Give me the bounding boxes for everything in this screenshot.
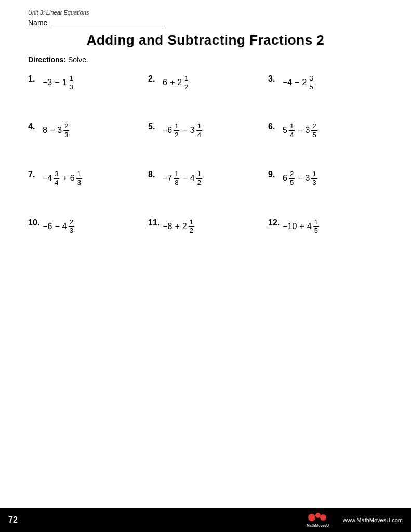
- problem-11: 11.−8+212: [148, 218, 263, 235]
- svg-text:MathMovesU: MathMovesU: [307, 524, 329, 527]
- mixed-number: −718: [163, 170, 180, 187]
- numerator: 1: [196, 170, 202, 179]
- whole-part: 4: [307, 222, 312, 231]
- whole-part: 4: [190, 174, 195, 183]
- denominator: 2: [183, 83, 189, 91]
- svg-point-0: [308, 514, 315, 521]
- whole-part: −6: [163, 126, 172, 135]
- expression-3: −4−235: [283, 74, 315, 91]
- problem-9: 9.625−313: [268, 170, 383, 187]
- problem-6: 6.514−325: [268, 122, 383, 139]
- fraction-part: 18: [174, 170, 179, 187]
- fraction-part: 13: [311, 170, 317, 187]
- expression-4: 8−323: [43, 122, 70, 139]
- directions-text: Solve.: [68, 56, 88, 64]
- numerator: 1: [69, 74, 74, 83]
- denominator: 2: [174, 131, 179, 139]
- directions-label: Directions:: [28, 56, 66, 64]
- denominator: 8: [174, 179, 179, 187]
- name-label: Name: [28, 19, 47, 27]
- denominator: 5: [313, 227, 319, 235]
- mixed-number: 212: [177, 74, 190, 91]
- footer: 72 MathMovesU Raytheon www.MathMovesU.co…: [0, 508, 411, 532]
- fraction-part: 35: [309, 74, 314, 91]
- numerator: 1: [311, 170, 317, 179]
- mixed-number: 625: [283, 170, 295, 187]
- operator: −: [295, 78, 299, 87]
- mixed-number: 313: [305, 170, 317, 187]
- operator: −: [298, 174, 302, 183]
- name-underline[interactable]: [50, 19, 165, 26]
- numerator: 2: [289, 170, 295, 179]
- page-title: Adding and Subtracting Fractions 2: [28, 32, 383, 48]
- plain-value: −6: [43, 222, 52, 231]
- expression-12: −10+415: [283, 218, 320, 235]
- mixed-number: 113: [62, 74, 75, 91]
- mixed-number: 323: [57, 122, 70, 139]
- expression-11: −8+212: [163, 218, 195, 235]
- fraction-part: 23: [69, 218, 74, 235]
- footer-page-number: 72: [8, 515, 18, 525]
- name-line: Name: [28, 19, 383, 27]
- denominator: 3: [69, 83, 74, 91]
- numerator: 1: [189, 218, 194, 227]
- mixed-number: 415: [307, 218, 320, 235]
- denominator: 3: [69, 227, 74, 235]
- mixed-number: 514: [283, 122, 295, 139]
- whole-part: 3: [305, 126, 310, 135]
- expression-2: 6+212: [163, 74, 190, 91]
- svg-point-1: [315, 513, 321, 518]
- denominator: 3: [311, 179, 317, 187]
- problems-grid: 1.−3−1132.6+2123.−4−2354.8−3235.−612−314…: [28, 74, 383, 235]
- fraction-part: 25: [311, 122, 317, 139]
- whole-part: 3: [190, 126, 195, 135]
- mixed-number: 423: [62, 218, 75, 235]
- footer-url: www.MathMovesU.com: [343, 517, 403, 523]
- denominator: 5: [289, 179, 295, 187]
- plain-value: 8: [43, 126, 47, 135]
- operator: +: [62, 174, 67, 183]
- problem-number-6: 6.: [268, 122, 280, 131]
- denominator: 4: [196, 131, 202, 139]
- denominator: 3: [76, 179, 82, 187]
- whole-part: 3: [305, 174, 310, 183]
- problem-number-7: 7.: [28, 170, 39, 179]
- operator: −: [182, 126, 187, 135]
- denominator: 5: [309, 83, 314, 91]
- operator: +: [299, 222, 304, 231]
- problem-number-12: 12.: [268, 218, 280, 228]
- mixed-number: 325: [305, 122, 317, 139]
- fraction-part: 34: [54, 170, 59, 187]
- plain-value: −10: [283, 222, 297, 231]
- expression-5: −612−314: [163, 122, 203, 139]
- whole-part: 4: [62, 222, 67, 231]
- problem-number-10: 10.: [28, 218, 39, 228]
- operator: −: [298, 126, 302, 135]
- whole-part: 2: [182, 222, 187, 231]
- whole-part: 2: [302, 78, 307, 87]
- problem-number-1: 1.: [28, 74, 39, 84]
- expression-1: −3−113: [43, 74, 75, 91]
- whole-part: −4: [43, 174, 52, 183]
- problem-number-11: 11.: [148, 218, 160, 228]
- expression-10: −6−423: [43, 218, 75, 235]
- whole-part: 3: [57, 126, 62, 135]
- problem-2: 2.6+212: [148, 74, 263, 91]
- numerator: 1: [183, 74, 189, 83]
- problem-10: 10.−6−423: [28, 218, 143, 235]
- problem-3: 3.−4−235: [268, 74, 383, 91]
- expression-9: 625−313: [283, 170, 318, 187]
- problem-8: 8.−718−412: [148, 170, 263, 187]
- mixed-number: −434: [43, 170, 60, 187]
- denominator: 2: [196, 179, 202, 187]
- problem-1: 1.−3−113: [28, 74, 143, 91]
- mixed-number: 412: [190, 170, 203, 187]
- operator: −: [55, 222, 60, 231]
- numerator: 1: [289, 122, 295, 131]
- numerator: 3: [309, 74, 314, 83]
- directions: Directions: Solve.: [28, 56, 383, 64]
- denominator: 2: [189, 227, 194, 235]
- problem-4: 4.8−323: [28, 122, 143, 139]
- fraction-part: 14: [289, 122, 295, 139]
- problem-5: 5.−612−314: [148, 122, 263, 139]
